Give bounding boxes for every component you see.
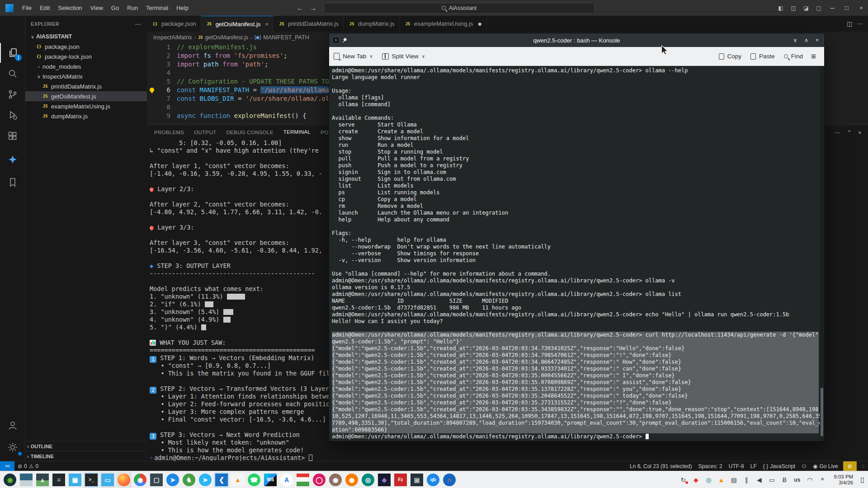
phone-device-icon[interactable]: ▯: [860, 475, 864, 484]
taskbar-qbittorrent[interactable]: qb: [425, 472, 441, 488]
konsole-close-icon[interactable]: ×: [816, 37, 819, 43]
tray-red-diamond-app[interactable]: ◆: [692, 476, 700, 483]
taskbar-anydesk[interactable]: A: [279, 472, 294, 488]
menu-file[interactable]: File: [18, 2, 36, 14]
taskbar-webstorm[interactable]: WS: [263, 472, 278, 488]
close-button[interactable]: ×: [854, 0, 868, 16]
taskbar-pager-widget[interactable]: [19, 472, 34, 488]
activitybar-bookmarks[interactable]: [0, 173, 25, 192]
konsole-maximize-icon[interactable]: ∧: [804, 37, 808, 43]
tab-getOsiManifest-js[interactable]: JSgetOsiManifest.js×: [201, 16, 274, 32]
menu-terminal[interactable]: Terminal: [142, 2, 172, 14]
menu-help[interactable]: Help: [172, 2, 193, 14]
taskbar-filezilla[interactable]: Fz: [393, 472, 408, 488]
tray-bluetooth[interactable]: Ƀ: [780, 476, 788, 483]
taskbar-dolphin[interactable]: ▭: [100, 472, 115, 488]
taskbar-chrome[interactable]: ◉: [132, 472, 148, 488]
back-icon[interactable]: ←: [297, 4, 303, 12]
taskbar-vlc[interactable]: ▲: [230, 472, 245, 488]
tray-display[interactable]: ▭: [768, 476, 776, 483]
taskbar-opera-gx[interactable]: ◯: [311, 472, 327, 488]
clock[interactable]: 9:03 PM3/4/26: [831, 474, 856, 486]
breadcrumb-item[interactable]: MANIFEST_PATH: [263, 34, 309, 41]
menu-run[interactable]: Run: [123, 2, 142, 14]
taskbar-gcompris-goat-app[interactable]: ♞: [181, 472, 197, 488]
activitybar-settings[interactable]: [0, 437, 25, 457]
panel-tab-terminal[interactable]: TERMINAL: [283, 125, 311, 140]
breadcrumb-item[interactable]: InspectAiMatrix: [153, 34, 192, 41]
tab-printIdDataMatrix-js[interactable]: JSprintIdDataMatrix.js: [274, 16, 344, 32]
layout-options-icon[interactable]: ▢: [813, 2, 825, 14]
outline-section[interactable]: ›OUTLINE: [25, 441, 147, 451]
command-center-search[interactable]: AiAssistant: [324, 3, 595, 14]
taskbar-discover[interactable]: ▣: [67, 472, 83, 488]
customize-layout-icon[interactable]: ◧: [775, 2, 787, 14]
panel-more-icon[interactable]: ⋯: [835, 129, 840, 136]
panel-close-icon[interactable]: ×: [858, 129, 862, 136]
tab-close-icon[interactable]: ×: [265, 21, 269, 28]
taskbar-wallpaper-thumbnail[interactable]: ▲: [35, 472, 50, 488]
taskbar-system-settings[interactable]: ≡: [51, 472, 66, 488]
scrollbar-handle[interactable]: [821, 388, 823, 436]
status-indentation[interactable]: Spaces: 2: [695, 461, 725, 471]
forward-icon[interactable]: →: [310, 4, 316, 12]
copy-button[interactable]: Copy: [714, 50, 746, 63]
taskbar-obsidian[interactable]: ◆: [377, 472, 392, 488]
panel-tab-debug-console[interactable]: DEBUG CONSOLE: [226, 125, 273, 140]
tray-vlc-tray[interactable]: ▲: [717, 476, 725, 483]
status-language-mode[interactable]: { }JavaScript: [760, 461, 798, 471]
activitybar-source-control[interactable]: [0, 84, 25, 104]
menu-go[interactable]: Go: [107, 2, 123, 14]
tab-dumpMatrix-js[interactable]: JSdumpMatrix.js: [344, 16, 400, 32]
konsole-scrollbar[interactable]: [820, 66, 824, 441]
panel-maximize-icon[interactable]: ⌃: [847, 129, 852, 136]
status-feedback[interactable]: ⚇: [798, 461, 810, 471]
taskbar-gimp[interactable]: ◉: [328, 472, 343, 488]
menu-view[interactable]: View: [86, 2, 107, 14]
status-encoding[interactable]: UTF-8: [726, 461, 747, 471]
activitybar-search[interactable]: [0, 64, 25, 84]
taskbar-application-launcher[interactable]: ◉: [2, 472, 18, 488]
new-tab-button[interactable]: New Tab∨: [329, 50, 377, 63]
tab-more-actions-icon[interactable]: ⋯: [857, 20, 863, 27]
taskbar-konsole[interactable]: >_: [84, 472, 99, 488]
status-eol[interactable]: LF: [747, 461, 760, 471]
tree-item-package-json[interactable]: {}package.json: [25, 42, 147, 52]
tree-item-package-lock-json[interactable]: {}package-lock.json: [25, 52, 147, 61]
taskbar-telegram[interactable]: ➤: [198, 472, 213, 488]
panel-tab-problems[interactable]: PROBLEMS: [154, 125, 184, 140]
tab-package-json[interactable]: {}package.json: [147, 16, 201, 32]
tree-item-examplematrixusing-js[interactable]: JSexampleMatrixUsing.js: [25, 101, 147, 111]
tray-clipboard-klipper[interactable]: ▤: [730, 476, 738, 483]
taskbar-teal-rings-app[interactable]: ◎: [360, 472, 376, 488]
tree-item-inspectaimatrix[interactable]: ∨InspectAiMatrix: [25, 71, 147, 81]
pin-keep-above-icon[interactable]: [341, 37, 348, 43]
status-do-not-disturb[interactable]: ⊘: [843, 461, 857, 471]
tab-exampleMatrixUsing-js[interactable]: JSexampleMatrixUsing.js●: [400, 16, 487, 32]
taskbar-blender[interactable]: ◉: [344, 472, 359, 488]
tree-item-aiassistant[interactable]: ∨AIASSISTANT: [25, 32, 147, 42]
menu-selection[interactable]: Selection: [54, 2, 86, 14]
konsole-minimize-icon[interactable]: ∨: [793, 37, 797, 43]
activitybar-explorer[interactable]: 1: [0, 43, 25, 63]
tray-teal-swirl-app[interactable]: ◎: [704, 476, 712, 483]
paste-button[interactable]: Paste: [746, 50, 779, 63]
split-view-button[interactable]: Split View∨: [377, 50, 429, 63]
problems-indicator[interactable]: ⊘0 ⚠0: [14, 461, 42, 471]
remote-indicator[interactable]: ><: [0, 461, 14, 471]
status-cursor-position[interactable]: Ln 6, Col 23 (91 selected): [627, 461, 695, 471]
taskbar-audio-headphones-app[interactable]: ∩: [442, 472, 457, 488]
taskbar-obs-studio[interactable]: ▣: [409, 472, 425, 488]
tray-media-pause[interactable]: ∥: [742, 476, 750, 483]
tree-item-printiddatamatrix-js[interactable]: JSprintIdDataMatrix.js: [25, 81, 147, 91]
panel-tab-output[interactable]: OUTPUT: [194, 125, 216, 140]
breadcrumb-item[interactable]: getOsiManifest.js: [205, 34, 248, 41]
konsole-titlebar[interactable]: > qwen2.5-coder : bash — Konsole ∨ ∧ ×: [329, 33, 824, 47]
taskbar-package-app[interactable]: [295, 472, 311, 488]
find-button[interactable]: Find: [779, 50, 807, 63]
activitybar-accounts[interactable]: [0, 416, 25, 436]
timeline-section[interactable]: ›TIMELINE: [25, 451, 147, 461]
menu-edit[interactable]: Edit: [36, 2, 54, 14]
toggle-panel-icon[interactable]: ◫: [788, 2, 799, 14]
toggle-sidebar-icon[interactable]: ◪: [800, 2, 812, 14]
